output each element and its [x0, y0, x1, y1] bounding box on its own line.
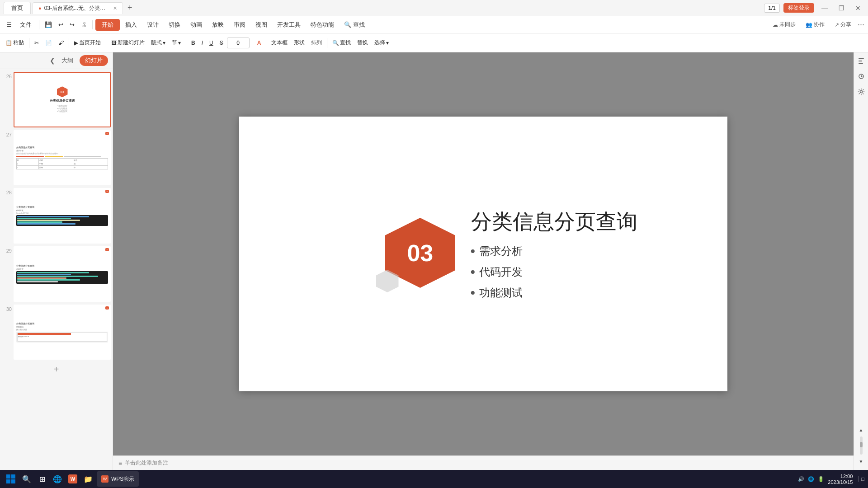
slide-27-badge: ● — [105, 132, 109, 135]
font-color-button[interactable]: A — [255, 38, 264, 47]
scroll-up-button[interactable]: ▲ — [855, 424, 867, 436]
taskbar: 🔍 ⊞ 🌐 W 📁 W WPS演示 🔊 🌐 🔋 12:00 2023/10/15… — [0, 470, 868, 488]
slide-item-29[interactable]: 29 ● 分类信息分页查询 代码开发 — [2, 246, 111, 302]
toolbar-save[interactable]: 💾 — [42, 19, 55, 30]
scroll-down-button[interactable]: ▼ — [855, 455, 867, 467]
menu-slideshow[interactable]: 放映 — [208, 19, 228, 31]
slide-item-28[interactable]: 28 ● 分类信息分页查询 代码开发 Controller层代码 — [2, 188, 111, 244]
bold-button[interactable]: B — [189, 38, 198, 47]
slide-thumb-26[interactable]: 03 分类信息分页查询 • 需求分析• 代码开发• 功能测试 — [14, 72, 111, 127]
add-tab-button[interactable]: + — [125, 3, 135, 13]
find-button[interactable]: 🔍 查找 — [330, 38, 354, 48]
tool-sep4 — [186, 38, 186, 48]
start-button[interactable]: 开始 — [95, 19, 120, 31]
tab-close-icon[interactable]: ✕ — [113, 5, 117, 11]
menu-animation[interactable]: 动画 — [186, 19, 207, 31]
slide-canvas-wrapper: 03 分类信息分页查询 需求分析 — [113, 52, 854, 455]
slide-main-title: 分类信息分页查询 — [471, 208, 637, 236]
new-slide-button[interactable]: 🖼 新建幻灯片 — [108, 38, 147, 48]
menu-review[interactable]: 审阅 — [229, 19, 250, 31]
slide-thumb-28[interactable]: ● 分类信息分页查询 代码开发 Controller层代码 — [14, 188, 111, 244]
toolbar-print[interactable]: 🖨 — [78, 19, 90, 30]
svg-rect-7 — [6, 479, 10, 483]
bullet-item-3: 功能测试 — [471, 286, 637, 300]
right-panel-animation-btn[interactable] — [855, 70, 867, 82]
taskbar-search-icon[interactable]: 🔍 — [20, 472, 33, 486]
taskbar-folder-icon[interactable]: 📁 — [81, 472, 95, 486]
replace-button[interactable]: 替换 — [354, 38, 371, 48]
close-window-button[interactable]: ✕ — [852, 3, 864, 14]
menu-search[interactable]: 🔍 查找 — [340, 19, 369, 31]
menu-special[interactable]: 特色功能 — [306, 19, 339, 31]
layout-button[interactable]: 版式 ▾ — [148, 38, 168, 48]
cut-button[interactable]: ✂ — [32, 38, 42, 47]
right-panel-settings-btn[interactable] — [855, 86, 867, 98]
user-badge[interactable]: 标签登录 — [783, 3, 814, 13]
italic-button[interactable]: I — [199, 38, 206, 47]
menu-transition[interactable]: 切换 — [164, 19, 185, 31]
slide-item-26[interactable]: 26 03 分类信息分页查询 • 需求分析• 代码开发• 功能测试 — [2, 72, 111, 127]
hex-number: 03 — [407, 239, 433, 267]
taskbar-browser-icon[interactable]: 🌐 — [51, 472, 64, 486]
slide-content: 03 分类信息分页查询 需求分析 — [381, 208, 637, 300]
strikethrough-button[interactable]: S — [217, 38, 226, 47]
bullet-item-2: 代码开发 — [471, 265, 637, 279]
toolbar-redo[interactable]: ↪ — [67, 19, 77, 30]
slide-bullet-list: 需求分析 代码开发 功能测试 — [471, 244, 637, 300]
notes-placeholder: 单击此处添加备注 — [125, 459, 168, 467]
taskbar-time: 12:00 — [840, 474, 853, 479]
bullet-text-3: 功能测试 — [479, 286, 523, 300]
underline-button[interactable]: U — [207, 38, 216, 47]
slide-item-30[interactable]: 30 ● 分类信息分页查询 功能测试 接口测试截图 测试结果: 200 OK — [2, 305, 111, 360]
menu-insert[interactable]: 插入 — [121, 19, 142, 31]
menu-file[interactable]: 文件 — [15, 19, 36, 31]
slide-item-27[interactable]: 27 ● 分类信息分页查询 需求分析 分类信息分页查询就是对后台系统中的分类信息… — [2, 130, 111, 186]
text-box-button[interactable]: 文本框 — [269, 38, 290, 48]
select-button[interactable]: 选择 ▾ — [372, 38, 392, 48]
sidebar: ❮ 大纲 幻灯片 26 03 分类信息分页查询 • 需求分析• 代码开发• 功能… — [0, 52, 113, 470]
menu-devtools[interactable]: 开发工具 — [273, 19, 305, 31]
play-from-button[interactable]: ▶ 当页开始 — [71, 38, 104, 48]
slide-thumb-27[interactable]: ● 分类信息分页查询 需求分析 分类信息分页查询就是对后台系统中的分类信息进行.… — [14, 130, 111, 186]
bullet-text-1: 需求分析 — [479, 244, 523, 258]
tool-sep5 — [252, 38, 252, 48]
right-panel-format-btn[interactable] — [855, 55, 867, 67]
page-indicator: 1/1 — [764, 4, 780, 13]
doc-tab[interactable]: ● 03-后台系统...无、分类管理 ✕ — [33, 2, 123, 14]
taskbar-active-app[interactable]: W WPS演示 — [97, 471, 139, 487]
copy-button[interactable]: 📄 — [42, 38, 55, 47]
outline-tab[interactable]: 大纲 — [59, 55, 76, 66]
slide-thumb-30[interactable]: ● 分类信息分页查询 功能测试 接口测试截图 测试结果: 200 OK — [14, 305, 111, 360]
notes-bar[interactable]: ≡ 单击此处添加备注 — [113, 455, 854, 470]
add-slide-button[interactable]: + — [2, 362, 111, 376]
arrange-button[interactable]: 排列 — [308, 38, 325, 48]
section-button[interactable]: 节 ▾ — [169, 38, 184, 48]
shape-button[interactable]: 形状 — [291, 38, 307, 48]
minimize-button[interactable]: — — [818, 3, 831, 14]
restore-button[interactable]: ❐ — [835, 3, 848, 14]
slides-tab[interactable]: 幻灯片 — [80, 55, 108, 66]
show-desktop-icon[interactable]: □ — [858, 476, 864, 482]
menu-design[interactable]: 设计 — [142, 19, 163, 31]
menu-bar: ☰ 文件 💾 ↩ ↪ 🖨 开始 插入 设计 切换 动画 放映 审阅 视图 开发工… — [0, 16, 868, 33]
menu-view[interactable]: 视图 — [251, 19, 272, 31]
font-size-input[interactable] — [227, 38, 250, 48]
paste-button[interactable]: 📋 粘贴 — [3, 38, 27, 48]
toolbar-undo[interactable]: ↩ — [56, 19, 66, 30]
home-tab[interactable]: 首页 — [4, 2, 31, 14]
slide-canvas[interactable]: 03 分类信息分页查询 需求分析 — [239, 117, 727, 391]
taskbar-wps-icon[interactable]: W — [66, 472, 80, 486]
more-options-button[interactable]: ··· — [858, 20, 864, 29]
slide-num-29: 29 — [2, 246, 12, 253]
collab-button[interactable]: 👥 协作 — [802, 19, 828, 30]
tool-sep6 — [266, 38, 266, 48]
slide-28-badge: ● — [105, 190, 109, 193]
taskbar-task-view-icon[interactable]: ⊞ — [35, 472, 49, 486]
sync-button[interactable]: ☁ 未同步 — [769, 19, 799, 30]
start-menu-button[interactable] — [4, 472, 18, 486]
collapse-sidebar-button[interactable]: ❮ — [50, 57, 55, 64]
slide-thumb-29[interactable]: ● 分类信息分页查询 代码开发 — [14, 246, 111, 302]
share-button[interactable]: ↗ 分享 — [831, 19, 855, 30]
menu-icon-btn[interactable]: ☰ — [4, 19, 14, 30]
format-painter-button[interactable]: 🖌 — [56, 38, 66, 47]
